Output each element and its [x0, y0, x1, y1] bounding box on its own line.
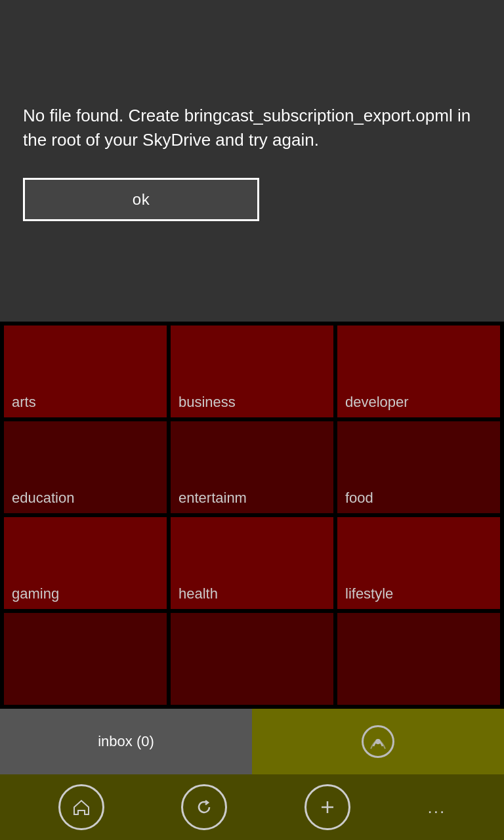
- nav-bar: ...: [0, 774, 504, 840]
- category-grid: arts business developer education entert…: [0, 322, 504, 709]
- grid-cell-health-label: health: [178, 585, 218, 602]
- refresh-icon: [194, 797, 215, 818]
- grid-cell-business[interactable]: business: [171, 326, 333, 417]
- grid-cell-row4col2[interactable]: [171, 613, 333, 705]
- grid-cell-lifestyle-label: lifestyle: [345, 585, 393, 602]
- grid-cell-arts[interactable]: arts: [4, 326, 167, 417]
- grid-cell-developer-label: developer: [345, 394, 409, 411]
- grid-cell-education-label: education: [12, 490, 74, 507]
- grid-cell-food-label: food: [345, 490, 373, 507]
- grid-cell-row4col1[interactable]: [4, 613, 167, 705]
- grid-cell-developer[interactable]: developer: [337, 326, 500, 417]
- grid-cell-health[interactable]: health: [171, 517, 333, 609]
- grid-cell-row4col3[interactable]: [337, 613, 500, 705]
- grid-cell-lifestyle[interactable]: lifestyle: [337, 517, 500, 609]
- home-icon: [71, 797, 92, 818]
- grid-cell-entertainment-label: entertainm: [178, 490, 247, 507]
- grid-cell-gaming-label: gaming: [12, 585, 59, 602]
- home-button[interactable]: [58, 784, 104, 830]
- dialog-overlay: No file found. Create bringcast_subscrip…: [0, 0, 504, 322]
- grid-cell-business-label: business: [178, 394, 236, 411]
- add-button[interactable]: [304, 784, 350, 830]
- grid-cell-arts-label: arts: [12, 394, 36, 411]
- dialog-ok-button[interactable]: ok: [23, 178, 259, 221]
- podcast-signal-icon: [362, 725, 394, 758]
- grid-cell-education[interactable]: education: [4, 421, 167, 513]
- grid-cell-food[interactable]: food: [337, 421, 500, 513]
- more-button[interactable]: ...: [428, 797, 446, 818]
- tab-inbox[interactable]: inbox (0): [0, 709, 252, 774]
- tab-podcast[interactable]: [252, 709, 504, 774]
- dialog-message: No file found. Create bringcast_subscrip…: [23, 104, 481, 152]
- tab-inbox-label: inbox (0): [98, 733, 154, 750]
- grid-cell-entertainment[interactable]: entertainm: [171, 421, 333, 513]
- grid-cell-gaming[interactable]: gaming: [4, 517, 167, 609]
- refresh-button[interactable]: [181, 784, 227, 830]
- add-icon: [317, 797, 338, 818]
- tab-bar: inbox (0): [0, 709, 504, 774]
